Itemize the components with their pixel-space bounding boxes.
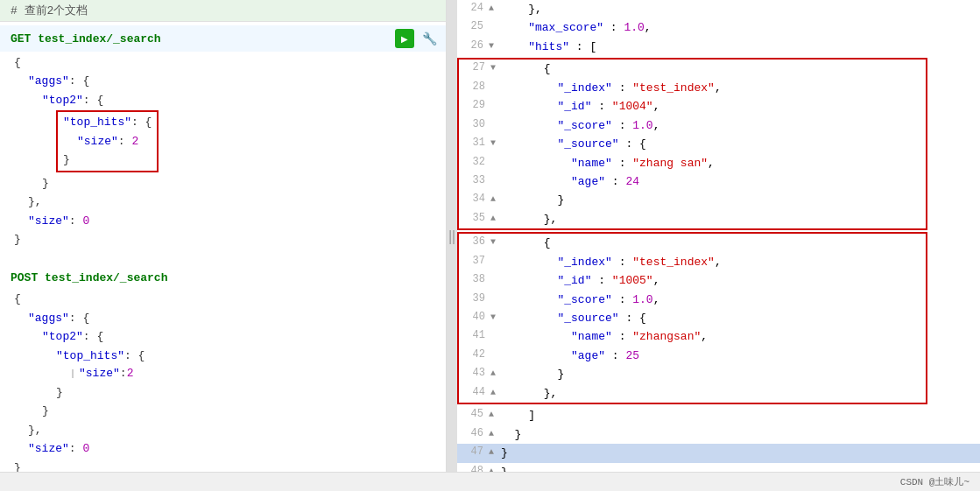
code-line: "size": 0 [14, 439, 439, 458]
query-block-get: GET test_index/_search ▶ 🔧 { "aggs": { "… [0, 22, 446, 254]
left-panel: # 查前2个文档 GET test_index/_search ▶ 🔧 [0, 0, 447, 472]
line-row: 30 "_score" : 1.0, [459, 116, 926, 135]
code-line: "aggs": { [14, 309, 439, 327]
code-line: "top_hits": { [14, 347, 439, 365]
code-line: { [14, 53, 439, 72]
query-block-post: POST test_index/_search { "aggs": { "top… [0, 264, 446, 472]
spacer [0, 254, 446, 264]
query-header-post: POST test_index/_search [0, 268, 446, 288]
footer-text: CSDN @土味儿~ [900, 475, 969, 488]
line-row: 42 "age" : 25 [459, 347, 926, 365]
code-line: "size": 2 [63, 132, 152, 151]
line-row: 24 ▲ }, [457, 0, 980, 18]
get-code-content: { "aggs": { "top2": { "top_hits": { "siz… [0, 52, 446, 250]
line-row: 39 "_score" : 1.0, [459, 291, 926, 309]
code-line: } [63, 151, 152, 169]
main-container: # 查前2个文档 GET test_index/_search ▶ 🔧 [0, 0, 980, 472]
line-row: 43 ▲ } [459, 365, 926, 383]
line-row: 34 ▲ } [459, 191, 926, 209]
line-row: 26 ▼ "hits" : [ [457, 38, 980, 56]
right-content: 24 ▲ }, 25 "max_score" : 1.0, 26 ▼ "hits… [457, 0, 980, 472]
get-query-actions: ▶ 🔧 [395, 29, 439, 48]
comment-line: # 查前2个文档 [0, 0, 446, 22]
line-row: 40 ▼ "_source" : { [459, 309, 926, 327]
code-line: "aggs": { [14, 72, 439, 90]
query-header-get: GET test_index/_search ▶ 🔧 [0, 25, 446, 52]
line-row: 31 ▼ "_source" : { [459, 135, 926, 153]
code-line: } [14, 174, 439, 193]
line-row: 41 "name" : "zhangsan", [459, 327, 926, 346]
wrench-button-get[interactable]: 🔧 [419, 29, 439, 48]
code-line: "top2": { [14, 91, 439, 109]
code-line: } [14, 459, 439, 472]
post-code-content: { "aggs": { "top2": { "top_hits": { | "s… [0, 288, 446, 472]
footer-bar: CSDN @土味儿~ [0, 472, 980, 491]
tophits-highlight-box: "top_hits": { "size": 2 } [56, 110, 159, 172]
line-row: 28 "_index" : "test_index", [459, 79, 926, 97]
line-row: 32 "name" : "zhang san", [459, 154, 926, 172]
code-line: } [14, 230, 439, 249]
code-line: | "size": 2 [14, 365, 439, 383]
line-row: 25 "max_score" : 1.0, [457, 18, 980, 37]
panel-divider[interactable]: ‖ [447, 0, 457, 472]
line-row: 35 ▲ }, [459, 210, 926, 228]
red-section-2: 36 ▼ { 37 "_index" : "test_index", 38 "_… [457, 232, 927, 404]
line-row: 44 ▲ }, [459, 384, 926, 403]
line-row: 38 "_id" : "1005", [459, 271, 926, 290]
line-row: 33 "age" : 24 [459, 172, 926, 191]
code-line: }, [14, 193, 439, 211]
post-method-url: POST test_index/_search [11, 271, 167, 284]
line-row: 29 "_id" : "1004", [459, 97, 926, 116]
code-line: { [14, 290, 439, 308]
run-button-get[interactable]: ▶ [395, 29, 414, 48]
line-row-highlighted: 47 ▲ } [457, 444, 980, 462]
get-method-url: GET test_index/_search [11, 32, 161, 46]
code-line: "top2": { [14, 327, 439, 346]
code-line: }, [14, 421, 439, 439]
red-section-1: 27 ▼ { 28 "_index" : "test_index", 29 "_… [457, 58, 927, 230]
line-row: 37 "_index" : "test_index", [459, 253, 926, 271]
line-row: 45 ▲ ] [457, 406, 980, 424]
line-row: 27 ▼ { [459, 60, 926, 78]
code-line: "size": 0 [14, 212, 439, 230]
right-panel: 24 ▲ }, 25 "max_score" : 1.0, 26 ▼ "hits… [457, 0, 980, 472]
line-row: 46 ▲ } [457, 425, 980, 444]
code-line: "top_hits": { [63, 113, 152, 131]
code-line: } [14, 383, 439, 402]
code-line: } [14, 402, 439, 420]
line-row: 36 ▼ { [459, 234, 926, 252]
line-row: 48 ▲ } [457, 463, 980, 473]
